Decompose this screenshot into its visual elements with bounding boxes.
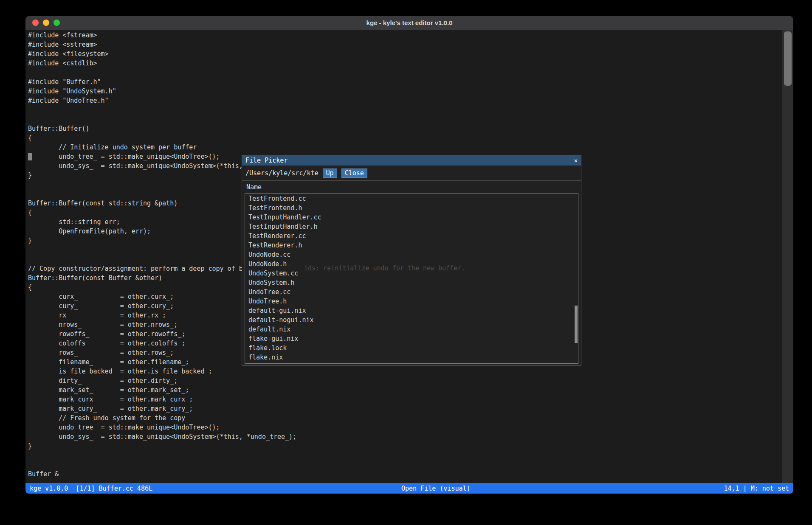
file-list-item[interactable]: TestRenderer.cc	[245, 232, 578, 241]
editor-line[interactable]: is_file_backed_ = other.is_file_backed_;	[28, 367, 781, 376]
file-list-item[interactable]: UndoTree.cc	[245, 288, 578, 298]
file-list-scrollbar-thumb[interactable]	[575, 306, 578, 343]
file-picker-title: File Picker	[245, 157, 288, 164]
status-mode: Open File (visual)	[401, 485, 471, 492]
status-bar: kge v1.0.0 [1/1] Buffer.cc 486L Open Fil…	[25, 483, 793, 494]
close-window-button[interactable]	[32, 20, 39, 26]
file-picker-dialog: File Picker ✕ /Users/kyle/src/kte Up Clo…	[242, 155, 581, 366]
editor-line[interactable]: #include "Buffer.h"	[28, 77, 781, 87]
file-list-item[interactable]: default-gui.nix	[245, 307, 578, 316]
editor-scrollbar-thumb[interactable]	[784, 31, 792, 86]
editor-line[interactable]: {	[28, 133, 781, 143]
file-list-item[interactable]: UndoSystem.h	[245, 279, 578, 288]
editor-line[interactable]: // Initialize undo system per buffer	[28, 143, 781, 152]
file-list-item[interactable]: UndoSystem.cc	[245, 270, 578, 279]
status-position: 14,1 | M: not set	[724, 485, 789, 492]
dialog-close-icon[interactable]: ✕	[574, 157, 578, 164]
editor-line[interactable]: #include "UndoTree.h"	[28, 96, 781, 105]
editor-line[interactable]: #include <sstream>	[28, 40, 781, 49]
editor-line[interactable]	[28, 460, 781, 469]
editor-line[interactable]: mark_cury_ = other.mark_cury_;	[28, 404, 781, 413]
file-list-column-header: Name	[242, 181, 581, 193]
file-list-item[interactable]: UndoTree.h	[245, 298, 578, 307]
editor-line[interactable]: // Fresh undo system for the copy	[28, 413, 781, 423]
editor-line[interactable]	[28, 105, 781, 115]
file-list-item[interactable]: TestFrontend.h	[245, 204, 578, 213]
window-title: kge - kyle's text editor v1.0.0	[25, 19, 793, 26]
file-list-item[interactable]: default.nix	[245, 326, 578, 335]
editor-line[interactable]: #include <cstdlib>	[28, 59, 781, 68]
editor-line[interactable]: mark_set_ = other.mark_set_;	[28, 385, 781, 395]
screen: kge - kyle's text editor v1.0.0 #include…	[0, 0, 812, 525]
file-list-item[interactable]: UndoNode.cc	[245, 251, 578, 260]
editor-line[interactable]: Buffer &	[28, 469, 781, 479]
editor-line[interactable]: #include <fstream>	[28, 31, 781, 40]
status-left: kge v1.0.0 [1/1] Buffer.cc 486L	[30, 485, 152, 492]
editor-line[interactable]	[28, 68, 781, 77]
current-path: /Users/kyle/src/kte	[245, 169, 319, 177]
file-list-item[interactable]: TestInputHandler.cc	[245, 213, 578, 223]
minimize-window-button[interactable]	[43, 20, 49, 26]
editor-line[interactable]: dirty_ = other.dirty_;	[28, 376, 781, 385]
file-list: TestFrontend.ccTestFrontend.hTestInputHa…	[245, 193, 578, 364]
file-picker-path-row: /Users/kyle/src/kte Up Close	[242, 166, 581, 180]
file-list-item[interactable]: flake.lock	[245, 344, 578, 354]
file-list-item[interactable]: TestRenderer.h	[245, 241, 578, 251]
file-list-item[interactable]: flake-gui.nix	[245, 335, 578, 344]
editor-line[interactable]	[28, 115, 781, 124]
window-titlebar: kge - kyle's text editor v1.0.0	[25, 16, 793, 30]
editor-line[interactable]: #include <filesystem>	[28, 49, 781, 59]
file-list-item[interactable]: TestInputHandler.h	[245, 223, 578, 232]
editor-scrollbar[interactable]	[782, 30, 793, 483]
text-cursor	[28, 153, 32, 160]
zoom-window-button[interactable]	[54, 20, 60, 26]
file-list-item[interactable]: UndoNode.h	[245, 260, 578, 270]
file-list-item[interactable]: flake.nix	[245, 354, 578, 363]
editor-line[interactable]: #include "UndoSystem.h"	[28, 87, 781, 96]
editor-line[interactable]: mark_curx_ = other.mark_curx_;	[28, 395, 781, 404]
traffic-lights	[32, 16, 60, 30]
editor-line[interactable]	[28, 451, 781, 460]
file-list-item[interactable]: default-nogui.nix	[245, 316, 578, 326]
editor-line[interactable]: }	[28, 441, 781, 451]
editor-line[interactable]: Buffer::Buffer()	[28, 124, 781, 133]
up-button[interactable]: Up	[323, 168, 337, 178]
editor-line[interactable]: undo_sys_ = std::make_unique<UndoSystem>…	[28, 432, 781, 441]
editor-window: kge - kyle's text editor v1.0.0 #include…	[25, 16, 793, 494]
file-list-item[interactable]: TestFrontend.cc	[245, 195, 578, 204]
editor-line[interactable]: undo_tree_ = std::make_unique<UndoTree>(…	[28, 423, 781, 432]
close-button[interactable]: Close	[341, 168, 367, 178]
file-picker-titlebar: File Picker ✕	[242, 155, 581, 166]
